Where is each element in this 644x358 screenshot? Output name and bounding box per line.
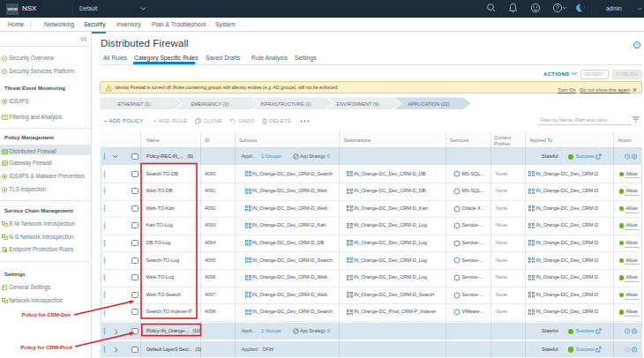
svg-text:INFRASTRUCTURE (1): INFRASTRUCTURE (1) bbox=[260, 101, 311, 107]
svg-text:EMERGENCY (0): EMERGENCY (0) bbox=[191, 101, 228, 107]
svg-text:ETHERNET (1): ETHERNET (1) bbox=[118, 101, 152, 107]
svg-text:APPLICATION (22): APPLICATION (22) bbox=[408, 101, 450, 107]
svg-text:ENVIRONMENT (6): ENVIRONMENT (6) bbox=[337, 101, 379, 107]
svg-text:?: ? bbox=[556, 4, 559, 11]
